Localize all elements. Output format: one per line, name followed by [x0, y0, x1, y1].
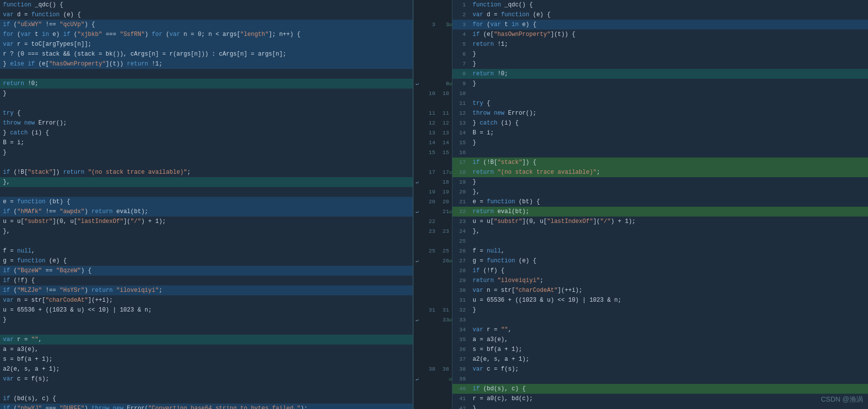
gutter-row — [414, 10, 452, 20]
gutter-row — [414, 69, 452, 79]
gutter-row: ↵ 33 ☑ — [414, 315, 452, 325]
left-code-line: u = u["substr"](0, u["lastIndexOf"]("/")… — [0, 217, 413, 226]
left-code-line — [0, 325, 413, 335]
left-code-line: if (bd(s), c) { — [0, 394, 413, 404]
gutter-row: 13 13 — [414, 128, 452, 138]
right-code-line: 23 u = u["substr"](0, u["lastIndexOf"]("… — [452, 217, 868, 226]
left-code-line: var c = f(s); — [0, 374, 413, 384]
right-code-line: 16 — [452, 148, 868, 157]
gutter-row: 23 23 — [414, 226, 452, 236]
gutter-row: 10 10 — [414, 89, 452, 98]
gutter-row — [414, 59, 452, 69]
gutter-row: 22 — [414, 217, 452, 226]
right-code-line: 9 } — [452, 79, 868, 89]
left-code-line — [0, 157, 413, 167]
right-code-line: 35 a = a3(e), — [452, 335, 868, 345]
right-code-line: 2 var d = function (e) { — [452, 10, 868, 20]
right-code-line: 29 return "iloveiqiyi"; — [452, 276, 868, 285]
left-code-line: } — [0, 148, 413, 157]
left-code-line — [0, 236, 413, 246]
gutter-row: ↵ 26 ☑ — [414, 256, 452, 266]
gutter-row — [414, 384, 452, 394]
left-code-line — [0, 98, 413, 108]
left-code-line: f = null, — [0, 246, 413, 256]
gutter-row — [414, 157, 452, 167]
left-code-line: for (var t in e) if ("xjbkb" === "SsfRN"… — [0, 30, 413, 39]
right-code-line: 14 B = i; — [452, 128, 868, 138]
right-code-line: 12 throw new Error(); — [452, 108, 868, 118]
right-code-line: 37 a2(e, s, a + 1); — [452, 354, 868, 364]
right-code-line: 11 try { — [452, 98, 868, 108]
gutter-row — [414, 335, 452, 345]
right-code-line: 26 f = null, — [452, 246, 868, 256]
right-code-line: 38 var c = f(s); — [452, 364, 868, 374]
gutter-row: 38 38 — [414, 364, 452, 374]
left-code-line: if ("phwYJ" === "DURFF") throw new Error… — [0, 404, 413, 409]
gutter-row: 11 11 — [414, 108, 452, 118]
right-code-line: 1function _qdc() { — [452, 0, 868, 10]
left-code-line: g = function (e) { — [0, 256, 413, 266]
left-code-line: if ("MLZJe" !== "HsYSr") return "iloveiq… — [0, 285, 413, 295]
left-code-line: var r = toC[argTypes[n]]; — [0, 39, 413, 49]
left-code-line: s = bf(a + 1); — [0, 354, 413, 364]
right-code-line: 17 if (!B["stack"]) { — [452, 157, 868, 167]
left-code-line: var n = str["charCodeAt"](++i); — [0, 295, 413, 305]
left-code-line: }, — [0, 177, 413, 187]
right-code-line: 34 var r = "", — [452, 325, 868, 335]
gutter-row: 19 19 — [414, 187, 452, 197]
right-code-pane: 1function _qdc() {2 var d = function (e)… — [452, 0, 868, 409]
left-code-line: if ("BqzeW" == "BqzeW") { — [0, 266, 413, 276]
left-code-line: throw new Error(); — [0, 118, 413, 128]
watermark: CSDN @渔涡 — [821, 395, 863, 404]
gutter-row — [414, 98, 452, 108]
right-code-line: 13 } catch (i) { — [452, 118, 868, 128]
right-code-line: 7 } — [452, 59, 868, 69]
gutter-row — [414, 285, 452, 295]
right-code-line: 36 s = bf(a + 1); — [452, 345, 868, 354]
gutter-row: ↵ 8 ☑ — [414, 79, 452, 89]
left-code-line — [0, 384, 413, 394]
gutter-row — [414, 266, 452, 276]
diff-gutter: 3 3 ☑ ↵ 8 ☑ 10 10 — [413, 0, 452, 409]
left-code-line: } — [0, 315, 413, 325]
right-code-line: 33 — [452, 315, 868, 325]
gutter-row — [414, 295, 452, 305]
gutter-row: ↵ 18 — [414, 177, 452, 187]
gutter-row — [414, 345, 452, 354]
right-code-line: 25 — [452, 236, 868, 246]
left-code-line: if (!B["stack"]) return "(no stack trace… — [0, 167, 413, 177]
left-code-line: } catch (i) { — [0, 128, 413, 138]
gutter-row — [414, 30, 452, 39]
right-code-area: 1function _qdc() {2 var d = function (e)… — [452, 0, 868, 409]
right-code-line: 41 r = a0(c), bd(c); — [452, 394, 868, 404]
left-code-line: u = 65536 + ((1023 & u) << 10) | 1023 & … — [0, 305, 413, 315]
left-code-line: e = function (bt) { — [0, 197, 413, 207]
gutter-row: 31 31 — [414, 305, 452, 315]
left-code-line: r ? (0 === stack && (stack = bk()), cArg… — [0, 49, 413, 59]
right-code-line: 42 } — [452, 404, 868, 409]
right-code-line: 39 — [452, 374, 868, 384]
gutter-row — [414, 394, 452, 404]
gutter-row: 12 12 — [414, 118, 452, 128]
right-code-line: 10 — [452, 89, 868, 98]
gutter-row — [414, 49, 452, 59]
left-code-line: } — [0, 89, 413, 98]
left-code-pane: function _qdc() { var d = function (e) {… — [0, 0, 413, 409]
right-code-line: 15 } — [452, 138, 868, 148]
right-code-line: 18 return "(no stack trace available)"; — [452, 167, 868, 177]
right-code-line: 21 e = function (bt) { — [452, 197, 868, 207]
left-code-line: if ("uExWY" !== "qcUVp") { — [0, 20, 413, 30]
left-code-line: } else if (e["hasOwnProperty"](t)) retur… — [0, 59, 413, 69]
right-code-line: 19 } — [452, 177, 868, 187]
gutter-row: 25 25 — [414, 246, 452, 256]
right-code-line: 4 if (e["hasOwnProperty"](t)) { — [452, 30, 868, 39]
left-code-line — [0, 69, 413, 79]
right-code-line: 24 }, — [452, 226, 868, 236]
right-code-line: 8 return !0; — [452, 69, 868, 79]
left-code-line: return !0; — [0, 79, 413, 89]
right-code-line: 28 if (!f) { — [452, 266, 868, 276]
gutter-row: ↵ 21 ☑ — [414, 207, 452, 217]
right-code-line: 3 for (var t in e) { — [452, 20, 868, 30]
left-code-line: B = i; — [0, 138, 413, 148]
gutter-row: 20 20 — [414, 197, 452, 207]
